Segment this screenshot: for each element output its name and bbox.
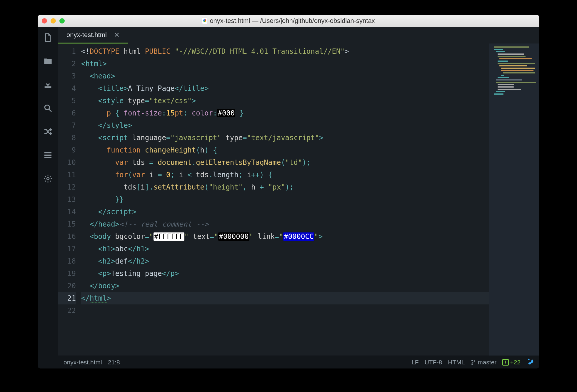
line-number: 14 xyxy=(58,206,76,218)
window-title-text: onyx-test.html — /Users/john/github/onyx… xyxy=(210,17,375,25)
code-line: function changeHeight(h) { xyxy=(81,144,489,156)
status-branch-name: master xyxy=(478,359,496,366)
minimap-line xyxy=(501,75,504,76)
line-gutter: 12345678910111213141516171819202122 xyxy=(58,43,81,356)
git-add-count: +22 xyxy=(510,359,521,366)
status-language[interactable]: HTML xyxy=(448,359,465,366)
code-line: <body bgcolor="#FFFFFF" text="#000000" l… xyxy=(81,230,489,243)
line-number: 7 xyxy=(58,119,76,132)
line-number: 12 xyxy=(58,181,76,193)
minimap-line xyxy=(496,91,505,92)
minimap-line xyxy=(499,58,532,59)
line-number: 1 xyxy=(58,45,76,58)
gear-icon[interactable] xyxy=(43,174,53,183)
minimap-line xyxy=(496,51,505,52)
minimap[interactable] xyxy=(489,43,539,356)
code-line: </style> xyxy=(81,119,489,132)
line-number: 18 xyxy=(58,255,76,267)
status-bar: onyx-test.html 21:8 LF UTF-8 HTML master… xyxy=(58,356,539,368)
code-line: </script> xyxy=(81,206,489,218)
color-swatch: #FFFFFF xyxy=(154,232,184,241)
minimap-line xyxy=(494,49,503,50)
code-line: </body> xyxy=(81,280,489,292)
code-line: <title>A Tiny Page</title> xyxy=(81,82,489,95)
line-number: 5 xyxy=(58,95,76,107)
line-number: 15 xyxy=(58,218,76,230)
color-swatch: #000 xyxy=(217,109,235,117)
status-eol[interactable]: LF xyxy=(411,359,419,366)
line-number: 19 xyxy=(58,267,76,280)
tab-bar: onyx-test.html ✕ xyxy=(58,27,539,43)
code-line: p { font-size:15pt; color:#000 } xyxy=(81,107,489,119)
folder-icon[interactable] xyxy=(43,56,53,66)
tab-onyx-test[interactable]: onyx-test.html ✕ xyxy=(58,27,128,43)
line-number: 11 xyxy=(58,169,76,181)
app-window: onyx-test.html — /Users/john/github/onyx… xyxy=(38,15,539,368)
title-bar: onyx-test.html — /Users/john/github/onyx… xyxy=(38,15,539,27)
minimap-line xyxy=(503,72,535,73)
file-icon[interactable] xyxy=(43,33,53,42)
code-line: for(var i = 0; i < tds.length; i++) { xyxy=(81,169,489,181)
code-line: <!DOCTYPE html PUBLIC "-//W3C//DTD HTML … xyxy=(81,45,489,58)
line-number: 22 xyxy=(58,304,76,317)
line-number: 9 xyxy=(58,144,76,156)
status-branch[interactable]: master xyxy=(471,359,496,366)
code-line: <style type="text/css"> xyxy=(81,95,489,107)
code-line: <p>Testing page</p> xyxy=(81,267,489,280)
line-number: 13 xyxy=(58,193,76,206)
line-number: 6 xyxy=(58,107,76,119)
code-line: tds[i].setAttribute("height", h + "px"); xyxy=(81,181,489,193)
line-number: 17 xyxy=(58,243,76,255)
code-line: <h1>abc</h1> xyxy=(81,243,489,255)
minimap-line xyxy=(498,86,514,88)
window-title: onyx-test.html — /Users/john/github/onyx… xyxy=(38,17,539,25)
search-icon[interactable] xyxy=(43,103,53,113)
document-icon xyxy=(202,18,207,24)
close-tab-icon[interactable]: ✕ xyxy=(114,31,120,38)
squirrel-icon[interactable] xyxy=(526,358,534,367)
line-number: 3 xyxy=(58,70,76,82)
code-line: <h2>def</h2> xyxy=(81,255,489,267)
code-line: </head><!-- real comment --> xyxy=(81,218,489,230)
plus-icon: + xyxy=(502,359,509,366)
status-encoding[interactable]: UTF-8 xyxy=(425,359,442,366)
line-number: 16 xyxy=(58,230,76,243)
minimap-line xyxy=(498,63,535,64)
svg-line-1 xyxy=(49,109,51,112)
status-filename[interactable]: onyx-test.html xyxy=(64,359,102,366)
shuffle-icon[interactable] xyxy=(43,127,53,136)
menu-icon[interactable] xyxy=(43,150,53,160)
line-number: 8 xyxy=(58,132,76,144)
code-area[interactable]: <!DOCTYPE html PUBLIC "-//W3C//DTD HTML … xyxy=(81,43,489,356)
status-git-add[interactable]: ++22 xyxy=(502,359,521,366)
minimap-line xyxy=(498,77,509,78)
code-line: <script language="javascript" type="text… xyxy=(81,132,489,144)
code-editor[interactable]: 12345678910111213141516171819202122 <!DO… xyxy=(58,43,489,356)
color-swatch: #0000CC xyxy=(283,232,314,241)
code-line: }} xyxy=(81,193,489,206)
tab-label: onyx-test.html xyxy=(66,31,107,39)
minimap-line xyxy=(494,46,529,48)
minimap-line xyxy=(494,93,503,95)
minimap-line xyxy=(498,56,526,57)
minimap-line xyxy=(496,79,522,81)
code-line: <head> xyxy=(81,70,489,82)
line-number: 4 xyxy=(58,82,76,95)
line-number: 10 xyxy=(58,156,76,169)
svg-point-2 xyxy=(47,177,49,180)
minimap-line xyxy=(498,61,508,62)
minimap-line xyxy=(496,82,536,83)
line-number: 2 xyxy=(58,58,76,70)
git-branch-icon xyxy=(471,360,476,365)
code-line: <html> xyxy=(81,58,489,70)
download-icon[interactable] xyxy=(43,80,53,89)
code-line: var tds = document.getElementsByTagName(… xyxy=(81,156,489,169)
minimap-line xyxy=(499,65,527,66)
color-swatch: #000000 xyxy=(218,232,249,241)
status-cursor[interactable]: 21:8 xyxy=(108,359,120,366)
minimap-line xyxy=(501,70,533,71)
svg-point-0 xyxy=(45,105,49,110)
line-number: 21 xyxy=(58,292,76,304)
code-line xyxy=(81,304,489,317)
minimap-line xyxy=(498,84,514,85)
